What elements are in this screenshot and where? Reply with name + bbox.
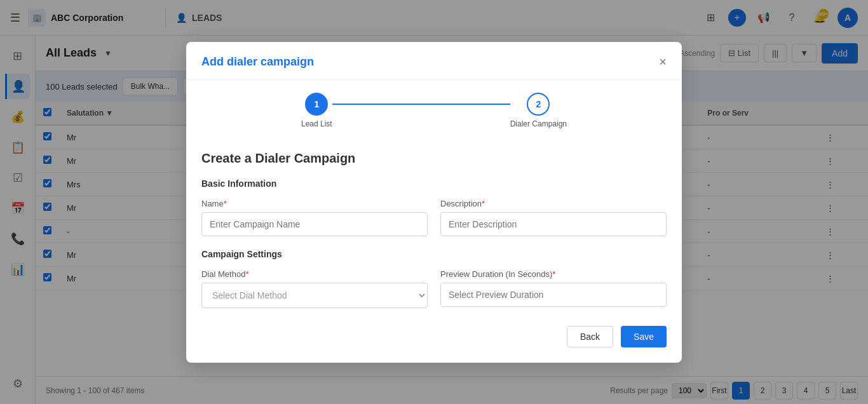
description-field-group: Description* — [440, 199, 667, 236]
modal-header: Add dialer campaign × — [186, 42, 682, 80]
modal-footer: Back Save — [201, 321, 667, 347]
preview-duration-label: Preview Duration (In Seconds)* — [440, 269, 667, 279]
dial-method-required: * — [245, 269, 248, 279]
modal-title: Add dialer campaign — [201, 55, 314, 69]
form-title: Create a Dialer Campaign — [201, 141, 667, 166]
name-required: * — [224, 199, 227, 208]
dial-method-label: Dial Method* — [201, 269, 428, 279]
step-1: 1 Lead List — [301, 93, 332, 128]
step-2: 2 Dialer Campaign — [510, 93, 567, 128]
save-button[interactable]: Save — [621, 326, 667, 347]
preview-duration-field-group: Preview Duration (In Seconds)* — [440, 269, 667, 308]
description-label: Description* — [440, 199, 667, 208]
dial-method-field-group: Dial Method* Select Dial Method Preview … — [201, 269, 428, 308]
dial-method-select[interactable]: Select Dial Method Preview Progressive P… — [201, 283, 428, 308]
campaign-settings-row: Dial Method* Select Dial Method Preview … — [201, 269, 667, 308]
step-connector — [332, 104, 510, 105]
name-label: Name* — [201, 199, 428, 208]
description-input[interactable] — [440, 212, 667, 236]
modal-close-button[interactable]: × — [659, 55, 667, 69]
name-field-group: Name* — [201, 199, 428, 236]
step-1-label: Lead List — [301, 119, 332, 128]
preview-duration-required: * — [552, 269, 555, 279]
modal-body: Create a Dialer Campaign Basic Informati… — [186, 141, 682, 363]
basic-info-label: Basic Information — [201, 178, 667, 189]
preview-duration-input[interactable] — [440, 283, 667, 307]
description-required: * — [482, 199, 485, 208]
campaign-name-input[interactable] — [201, 212, 428, 236]
modal-overlay: Add dialer campaign × 1 Lead List 2 Dial… — [0, 0, 868, 404]
step-2-circle: 2 — [527, 93, 550, 116]
back-button[interactable]: Back — [567, 326, 613, 347]
basic-info-row: Name* Description* — [201, 199, 667, 236]
step-1-circle: 1 — [305, 93, 328, 116]
step-2-label: Dialer Campaign — [510, 119, 567, 128]
add-dialer-campaign-modal: Add dialer campaign × 1 Lead List 2 Dial… — [186, 42, 682, 363]
campaign-settings-label: Campaign Settings — [201, 249, 667, 259]
stepper: 1 Lead List 2 Dialer Campaign — [186, 80, 682, 141]
